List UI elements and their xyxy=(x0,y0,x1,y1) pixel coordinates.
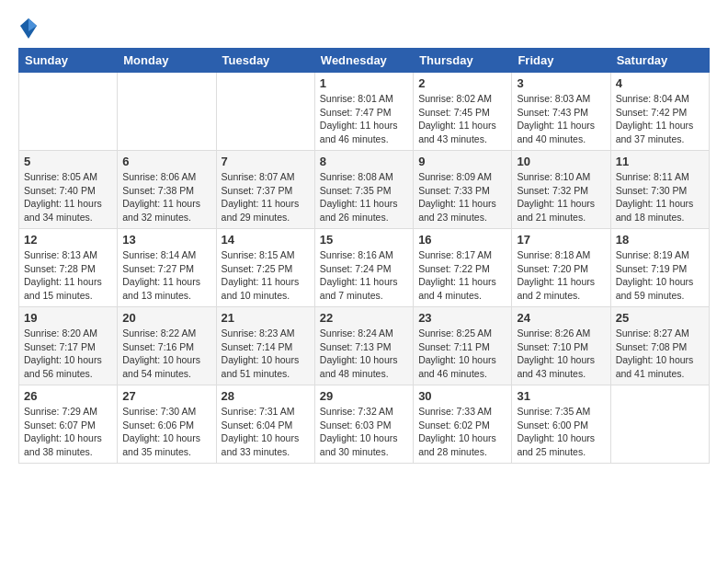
day-info: Sunrise: 8:18 AM Sunset: 7:20 PM Dayligh… xyxy=(517,248,605,303)
calendar-cell xyxy=(610,385,709,464)
calendar-cell: 29Sunrise: 7:32 AM Sunset: 6:03 PM Dayli… xyxy=(314,385,413,464)
day-number: 9 xyxy=(418,155,506,168)
day-number: 4 xyxy=(616,76,704,90)
day-info: Sunrise: 8:20 AM Sunset: 7:17 PM Dayligh… xyxy=(24,327,112,381)
day-info: Sunrise: 8:14 AM Sunset: 7:27 PM Dayligh… xyxy=(122,248,210,303)
day-info: Sunrise: 8:16 AM Sunset: 7:24 PM Dayligh… xyxy=(320,248,408,303)
weekday-header: Friday xyxy=(512,49,610,73)
day-number: 15 xyxy=(320,233,408,247)
day-info: Sunrise: 8:02 AM Sunset: 7:45 PM Dayligh… xyxy=(418,92,506,146)
calendar-cell xyxy=(19,73,118,151)
logo xyxy=(18,18,42,39)
day-number: 24 xyxy=(517,311,605,325)
calendar-cell: 4Sunrise: 8:04 AM Sunset: 7:42 PM Daylig… xyxy=(610,73,709,151)
day-info: Sunrise: 8:15 AM Sunset: 7:25 PM Dayligh… xyxy=(222,248,310,303)
calendar-cell: 21Sunrise: 8:23 AM Sunset: 7:14 PM Dayli… xyxy=(216,307,314,385)
calendar-cell: 23Sunrise: 8:25 AM Sunset: 7:11 PM Dayli… xyxy=(414,307,512,385)
calendar-cell: 13Sunrise: 8:14 AM Sunset: 7:27 PM Dayli… xyxy=(118,229,216,307)
weekday-header: Thursday xyxy=(414,49,512,73)
day-number: 26 xyxy=(24,389,112,403)
calendar-cell: 30Sunrise: 7:33 AM Sunset: 6:02 PM Dayli… xyxy=(414,385,512,464)
day-number: 22 xyxy=(320,311,408,325)
day-number: 18 xyxy=(616,233,704,247)
day-info: Sunrise: 8:17 AM Sunset: 7:22 PM Dayligh… xyxy=(418,248,506,303)
calendar-cell: 28Sunrise: 7:31 AM Sunset: 6:04 PM Dayli… xyxy=(216,385,314,464)
day-number: 14 xyxy=(222,233,310,247)
calendar-cell: 20Sunrise: 8:22 AM Sunset: 7:16 PM Dayli… xyxy=(118,307,216,385)
calendar-cell: 17Sunrise: 8:18 AM Sunset: 7:20 PM Dayli… xyxy=(512,229,610,307)
calendar-cell: 19Sunrise: 8:20 AM Sunset: 7:17 PM Dayli… xyxy=(19,307,118,385)
day-number: 23 xyxy=(418,311,506,325)
calendar-cell: 15Sunrise: 8:16 AM Sunset: 7:24 PM Dayli… xyxy=(314,229,413,307)
day-number: 6 xyxy=(122,155,210,168)
weekday-header: Sunday xyxy=(19,49,118,73)
day-number: 29 xyxy=(320,389,408,403)
day-number: 5 xyxy=(24,155,112,168)
day-number: 16 xyxy=(418,233,506,247)
day-info: Sunrise: 8:23 AM Sunset: 7:14 PM Dayligh… xyxy=(222,327,310,381)
calendar-cell: 24Sunrise: 8:26 AM Sunset: 7:10 PM Dayli… xyxy=(512,307,610,385)
calendar-cell: 5Sunrise: 8:05 AM Sunset: 7:40 PM Daylig… xyxy=(19,151,118,229)
day-info: Sunrise: 8:25 AM Sunset: 7:11 PM Dayligh… xyxy=(418,327,506,381)
calendar-cell: 18Sunrise: 8:19 AM Sunset: 7:19 PM Dayli… xyxy=(610,229,709,307)
day-number: 11 xyxy=(616,155,704,168)
calendar-cell xyxy=(216,73,314,151)
calendar-cell xyxy=(118,73,216,151)
day-info: Sunrise: 7:30 AM Sunset: 6:06 PM Dayligh… xyxy=(122,405,210,459)
day-number: 21 xyxy=(222,311,310,325)
calendar-cell: 8Sunrise: 8:08 AM Sunset: 7:35 PM Daylig… xyxy=(314,151,413,229)
day-info: Sunrise: 8:03 AM Sunset: 7:43 PM Dayligh… xyxy=(517,92,605,146)
day-info: Sunrise: 8:11 AM Sunset: 7:30 PM Dayligh… xyxy=(616,170,704,224)
day-number: 20 xyxy=(122,311,210,325)
calendar-week-row: 5Sunrise: 8:05 AM Sunset: 7:40 PM Daylig… xyxy=(19,151,710,229)
day-number: 12 xyxy=(24,233,112,247)
calendar-cell: 31Sunrise: 7:35 AM Sunset: 6:00 PM Dayli… xyxy=(512,385,610,464)
calendar-cell: 14Sunrise: 8:15 AM Sunset: 7:25 PM Dayli… xyxy=(216,229,314,307)
weekday-header: Saturday xyxy=(610,49,709,73)
day-info: Sunrise: 8:22 AM Sunset: 7:16 PM Dayligh… xyxy=(122,327,210,381)
weekday-header: Monday xyxy=(118,49,216,73)
calendar-week-row: 12Sunrise: 8:13 AM Sunset: 7:28 PM Dayli… xyxy=(19,229,710,307)
day-number: 13 xyxy=(122,233,210,247)
calendar-cell: 26Sunrise: 7:29 AM Sunset: 6:07 PM Dayli… xyxy=(19,385,118,464)
calendar-cell: 7Sunrise: 8:07 AM Sunset: 7:37 PM Daylig… xyxy=(216,151,314,229)
day-number: 8 xyxy=(320,155,408,168)
day-number: 10 xyxy=(517,155,605,168)
day-number: 28 xyxy=(222,389,310,403)
day-info: Sunrise: 7:35 AM Sunset: 6:00 PM Dayligh… xyxy=(517,405,605,459)
calendar-week-row: 26Sunrise: 7:29 AM Sunset: 6:07 PM Dayli… xyxy=(19,385,710,464)
calendar-cell: 3Sunrise: 8:03 AM Sunset: 7:43 PM Daylig… xyxy=(512,73,610,151)
day-info: Sunrise: 8:07 AM Sunset: 7:37 PM Dayligh… xyxy=(222,170,310,224)
day-info: Sunrise: 7:33 AM Sunset: 6:02 PM Dayligh… xyxy=(418,405,506,459)
page-header xyxy=(18,18,710,39)
day-info: Sunrise: 7:29 AM Sunset: 6:07 PM Dayligh… xyxy=(24,405,112,459)
day-number: 19 xyxy=(24,311,112,325)
day-info: Sunrise: 7:32 AM Sunset: 6:03 PM Dayligh… xyxy=(320,405,408,459)
day-number: 17 xyxy=(517,233,605,247)
weekday-header: Tuesday xyxy=(216,49,314,73)
day-info: Sunrise: 8:08 AM Sunset: 7:35 PM Dayligh… xyxy=(320,170,408,224)
day-number: 27 xyxy=(122,389,210,403)
day-info: Sunrise: 8:24 AM Sunset: 7:13 PM Dayligh… xyxy=(320,327,408,381)
calendar-cell: 9Sunrise: 8:09 AM Sunset: 7:33 PM Daylig… xyxy=(414,151,512,229)
calendar-cell: 16Sunrise: 8:17 AM Sunset: 7:22 PM Dayli… xyxy=(414,229,512,307)
day-info: Sunrise: 8:19 AM Sunset: 7:19 PM Dayligh… xyxy=(616,248,704,303)
calendar-cell: 11Sunrise: 8:11 AM Sunset: 7:30 PM Dayli… xyxy=(610,151,709,229)
weekday-header-row: SundayMondayTuesdayWednesdayThursdayFrid… xyxy=(19,49,710,73)
day-info: Sunrise: 8:27 AM Sunset: 7:08 PM Dayligh… xyxy=(616,327,704,381)
day-number: 7 xyxy=(222,155,310,168)
day-info: Sunrise: 8:01 AM Sunset: 7:47 PM Dayligh… xyxy=(320,92,408,146)
day-info: Sunrise: 8:09 AM Sunset: 7:33 PM Dayligh… xyxy=(418,170,506,224)
day-number: 3 xyxy=(517,76,605,90)
calendar-cell: 2Sunrise: 8:02 AM Sunset: 7:45 PM Daylig… xyxy=(414,73,512,151)
day-info: Sunrise: 8:10 AM Sunset: 7:32 PM Dayligh… xyxy=(517,170,605,224)
day-info: Sunrise: 8:06 AM Sunset: 7:38 PM Dayligh… xyxy=(122,170,210,224)
day-info: Sunrise: 7:31 AM Sunset: 6:04 PM Dayligh… xyxy=(222,405,310,459)
day-info: Sunrise: 8:26 AM Sunset: 7:10 PM Dayligh… xyxy=(517,327,605,381)
calendar-cell: 6Sunrise: 8:06 AM Sunset: 7:38 PM Daylig… xyxy=(118,151,216,229)
day-info: Sunrise: 8:13 AM Sunset: 7:28 PM Dayligh… xyxy=(24,248,112,303)
calendar-cell: 10Sunrise: 8:10 AM Sunset: 7:32 PM Dayli… xyxy=(512,151,610,229)
calendar-cell: 12Sunrise: 8:13 AM Sunset: 7:28 PM Dayli… xyxy=(19,229,118,307)
calendar-cell: 25Sunrise: 8:27 AM Sunset: 7:08 PM Dayli… xyxy=(610,307,709,385)
day-info: Sunrise: 8:05 AM Sunset: 7:40 PM Dayligh… xyxy=(24,170,112,224)
